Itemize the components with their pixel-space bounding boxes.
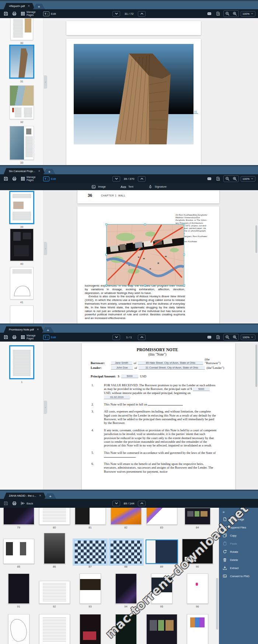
borrower-address-field[interactable]: 85 Hale Street, City of Avon, State of O… <box>138 361 203 365</box>
grid-thumbnail-82[interactable]: 82 <box>108 508 144 529</box>
tab-report-pdf[interactable]: «Report».pdf × <box>4 3 35 9</box>
grid-thumbnail-93[interactable]: 93 <box>72 573 108 608</box>
page-indicator[interactable]: 1 / 1 <box>122 336 136 339</box>
manage-pages-button[interactable]: Manage Pages <box>20 333 40 340</box>
zoom-level-select[interactable]: 100% <box>241 335 255 340</box>
resize-handle[interactable] <box>183 223 185 225</box>
grid-thumbnail-partial[interactable] <box>36 613 72 644</box>
page-thumbnail-1-selected[interactable] <box>9 345 34 379</box>
insert-image-button[interactable]: Image <box>91 185 106 189</box>
grid-thumbnail-91[interactable]: 91 <box>1 573 36 608</box>
grid-thumbnail-partial[interactable] <box>1 613 36 644</box>
new-tab-button[interactable]: + <box>44 493 56 499</box>
back-button[interactable]: Back <box>20 500 34 506</box>
tab-promissory-note[interactable]: Promissory Note.pdf × <box>4 326 44 333</box>
zoom-level-select[interactable]: 100% <box>241 11 255 17</box>
page-folio-link[interactable]: 31 <box>193 110 198 114</box>
two-page-view-button[interactable] <box>206 11 213 17</box>
print-button[interactable] <box>11 500 18 506</box>
zoom-level-select[interactable]: 100% <box>241 176 255 182</box>
page-indicator[interactable]: 31 / 72 <box>122 12 136 16</box>
grid-thumbnail-81[interactable]: 81 <box>72 508 108 529</box>
page-down-button[interactable] <box>112 501 120 506</box>
scrollbar[interactable] <box>216 578 218 630</box>
lender-name-field[interactable]: John Doe <box>111 366 133 370</box>
page-thumbnail-31-selected[interactable] <box>9 45 34 79</box>
page-indicator[interactable]: 39 / 370 <box>122 177 136 181</box>
zoom-out-button[interactable] <box>224 334 231 340</box>
grid-thumbnail-92[interactable]: 92 <box>36 573 72 608</box>
save-button[interactable] <box>3 334 9 340</box>
edit-mode-button[interactable]: T↕Edit <box>42 11 57 17</box>
grid-thumbnail-88-selected[interactable]: 88 <box>108 531 144 568</box>
extract-button[interactable]: Extract <box>219 564 258 572</box>
sidebar-collapse-handle[interactable]: ‹ <box>44 401 47 414</box>
sidebar-collapse-handle[interactable]: ‹ <box>44 242 47 255</box>
tab-close-button[interactable]: × <box>28 4 29 8</box>
selected-map-image[interactable] <box>106 224 184 285</box>
page-thumbnail-41[interactable] <box>10 267 34 299</box>
grid-thumbnail-86[interactable]: 86 <box>36 531 72 568</box>
page-thumbnail-33[interactable] <box>10 126 34 160</box>
date-field[interactable]: 01.02.2019 <box>104 395 130 399</box>
two-page-view-button[interactable] <box>206 334 213 340</box>
delete-button[interactable]: Delete <box>219 556 258 564</box>
new-tab-button[interactable]: + <box>43 169 55 174</box>
resize-handle[interactable] <box>144 223 146 225</box>
page-up-button[interactable] <box>138 176 146 182</box>
rotate-button[interactable]: Rotate <box>219 548 258 556</box>
print-button[interactable] <box>11 176 18 182</box>
manage-pages-button[interactable]: Manage Pages <box>20 10 40 17</box>
single-page-view-button[interactable] <box>215 176 222 182</box>
tab-close-button[interactable]: × <box>39 494 41 497</box>
page-thumbnail-30[interactable] <box>10 18 33 40</box>
page-down-button[interactable] <box>112 176 120 182</box>
tab-close-button[interactable]: × <box>38 169 40 173</box>
sidebar-collapse-handle[interactable]: ‹ <box>44 75 47 89</box>
page-down-button[interactable] <box>112 335 120 340</box>
resize-handle[interactable] <box>183 254 185 256</box>
lender-address-field[interactable]: 31 Conrad Street, City of Avon, State of… <box>139 366 205 370</box>
grid-thumbnail-partial[interactable] <box>179 613 215 644</box>
principal-amount-field[interactable]: 5000 <box>121 374 138 378</box>
single-page-view-button[interactable] <box>215 11 222 17</box>
new-tab-button[interactable]: + <box>42 327 54 333</box>
scrollbar[interactable] <box>255 225 257 253</box>
insert-text-button[interactable]: A▭Text <box>121 185 133 189</box>
sum-field[interactable]: 5000 <box>193 387 210 391</box>
page-indicator[interactable]: 89 / 144 <box>122 502 136 505</box>
grid-thumbnail-80[interactable]: 80 <box>36 508 72 529</box>
grid-thumbnail-83[interactable]: 83 <box>144 508 179 529</box>
zoom-out-button[interactable] <box>224 11 231 17</box>
zoom-in-button[interactable] <box>231 176 238 182</box>
resize-handle[interactable] <box>105 254 107 256</box>
grid-thumbnail-89-current[interactable]: 89 <box>144 531 179 568</box>
state-blank[interactable] <box>104 455 136 458</box>
insert-signature-button[interactable]: Signature <box>148 185 167 189</box>
grid-thumbnail-partial[interactable] <box>144 613 179 644</box>
new-tab-button[interactable]: + <box>33 4 45 9</box>
page-up-button[interactable] <box>138 335 146 340</box>
resize-handle[interactable] <box>105 223 107 225</box>
two-page-view-button[interactable] <box>206 176 213 182</box>
page-thumbnail-32[interactable] <box>10 85 34 119</box>
zoom-in-button[interactable] <box>231 11 238 17</box>
print-button[interactable] <box>11 334 18 340</box>
grid-thumbnail-84[interactable]: 84 <box>179 508 215 529</box>
page-thumbnail-40[interactable] <box>10 229 34 261</box>
tab-six-canonical[interactable]: Six Canonical Proje... × <box>4 168 45 174</box>
save-button[interactable] <box>3 11 9 17</box>
zoom-in-button[interactable] <box>231 334 238 340</box>
print-button[interactable] <box>11 11 18 17</box>
borrower-name-field[interactable]: Jane Smith <box>111 361 132 365</box>
tab-zaha-hadid[interactable]: ZAHA HADID - the c... × <box>4 493 46 499</box>
resize-handle[interactable] <box>183 284 185 286</box>
tab-close-button[interactable]: × <box>37 328 39 331</box>
single-page-view-button[interactable] <box>215 334 222 340</box>
grid-thumbnail-96[interactable]: 96 <box>179 573 215 608</box>
zoom-out-button[interactable] <box>224 176 231 182</box>
edit-mode-button[interactable]: T↕Edit <box>42 176 57 182</box>
edit-mode-button[interactable]: T↕Edit <box>42 334 57 340</box>
page-thumbnail-partial[interactable] <box>10 305 34 323</box>
resize-handle[interactable] <box>144 284 146 286</box>
